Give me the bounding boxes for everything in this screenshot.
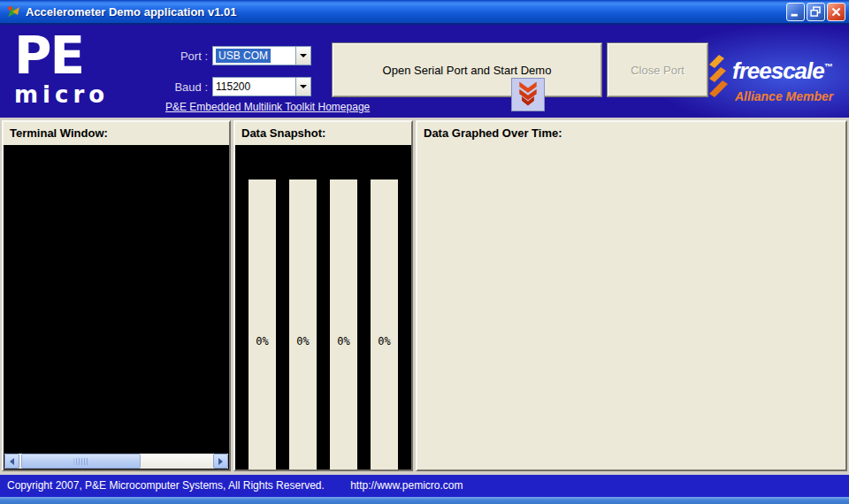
header: PE micro Port : USB COM Baud : 115200 P&… <box>0 25 849 118</box>
snapshot-content: 0%0%0%0% <box>235 145 411 470</box>
trademark-symbol: ™ <box>824 62 832 72</box>
app-icon[interactable] <box>5 4 22 20</box>
main-area: Terminal Window: Data Snapshot: 0%0%0%0%… <box>0 118 849 475</box>
close-port-button[interactable]: Close Port <box>607 42 708 97</box>
snapshot-bar-0: 0% <box>249 179 276 470</box>
scrollbar-thumb[interactable] <box>21 454 141 469</box>
arrow-right-icon <box>218 458 223 465</box>
scrollbar-track[interactable] <box>19 454 213 469</box>
window-title: Accelerometer Demo application v1.01 <box>26 5 784 19</box>
pemicro-url: http://www.pemicro.com <box>350 479 463 492</box>
minimize-button[interactable] <box>786 3 805 21</box>
snapshot-bar-value: 0% <box>289 335 317 347</box>
port-select[interactable]: USB COM <box>212 46 311 65</box>
baud-value: 115200 <box>213 78 295 95</box>
port-dropdown-button[interactable] <box>295 47 310 65</box>
titlebar: Accelerometer Demo application v1.01 <box>0 0 849 25</box>
toolkit-homepage-link[interactable]: P&E Embedded Multilink Toolkit Homepage <box>165 101 370 113</box>
red-download-arrows-icon <box>511 78 545 111</box>
snapshot-bar-2: 0% <box>330 179 357 470</box>
chevron-down-icon <box>300 54 307 57</box>
open-serial-port-button[interactable]: Open Serial Port and Start Demo <box>332 42 602 97</box>
baud-dropdown-button[interactable] <box>295 78 310 95</box>
scroll-right-button[interactable] <box>213 454 228 469</box>
snapshot-bar-3: 0% <box>371 179 398 470</box>
terminal-output[interactable] <box>4 145 229 470</box>
pe-micro-logo: PE micro <box>14 28 109 106</box>
snapshot-bar-value: 0% <box>330 335 357 347</box>
baud-label: Baud : <box>133 80 208 94</box>
micro-logo-text: micro <box>14 83 109 106</box>
port-label: Port : <box>133 50 208 63</box>
scrollbar-grip <box>73 458 88 465</box>
close-icon[interactable] <box>827 3 845 21</box>
pe-logo-text: PE <box>14 28 109 83</box>
data-snapshot-panel: Data Snapshot: 0%0%0%0% <box>233 120 413 471</box>
terminal-window-panel: Terminal Window: <box>2 120 231 471</box>
graph-panel-title: Data Graphed Over Time: <box>417 122 845 145</box>
alliance-member-text: Alliance Member <box>735 89 833 103</box>
terminal-window-title: Terminal Window: <box>4 122 229 145</box>
snapshot-bar-value: 0% <box>371 335 398 347</box>
data-snapshot-title: Data Snapshot: <box>235 122 411 145</box>
port-value: USB COM <box>213 47 295 65</box>
snapshot-bars: 0%0%0%0% <box>235 179 411 470</box>
status-footer: Copyright 2007, P&E Microcomputer System… <box>0 475 849 497</box>
freescale-chevron-icon <box>706 52 732 100</box>
freescale-logo: freescale™ Alliance Member <box>706 47 847 116</box>
scroll-left-button[interactable] <box>4 454 19 469</box>
app-window: Accelerometer Demo application v1.01 PE … <box>0 0 849 504</box>
snapshot-bar-value: 0% <box>249 335 276 347</box>
copyright-text: Copyright 2007, P&E Microcomputer System… <box>7 479 325 492</box>
graph-panel: Data Graphed Over Time: Scope Channels X… <box>416 120 847 471</box>
window-bottom-border <box>0 497 849 504</box>
terminal-horizontal-scrollbar[interactable] <box>4 454 228 469</box>
snapshot-bar-1: 0% <box>289 179 317 470</box>
maximize-button[interactable] <box>807 3 825 21</box>
arrow-left-icon <box>10 458 14 465</box>
chevron-down-icon <box>300 85 307 88</box>
freescale-name: freescale™ <box>732 57 832 85</box>
baud-select[interactable]: 115200 <box>212 77 311 96</box>
